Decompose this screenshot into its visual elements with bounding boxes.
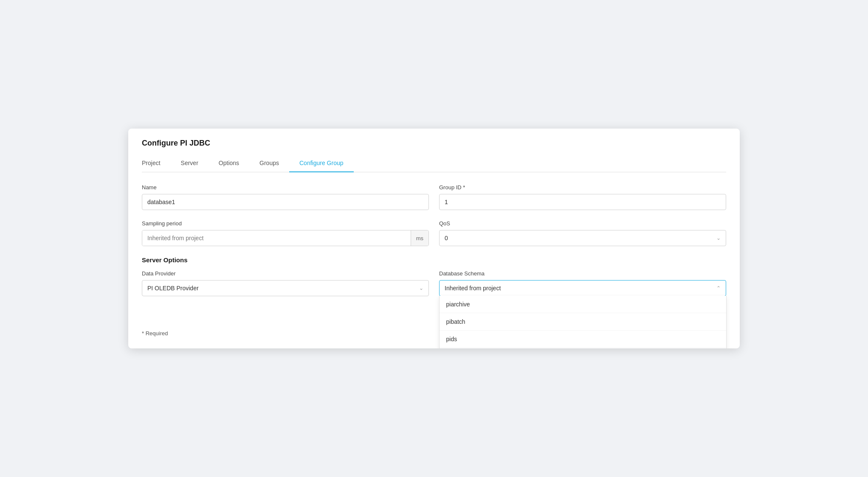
modal-header: Configure PI JDBC Project Server Options…	[128, 129, 740, 172]
sampling-period-suffix: ms	[411, 230, 428, 246]
database-schema-dropdown-list: piarchive pibatch pids piheading pilog p…	[439, 296, 727, 348]
tab-options[interactable]: Options	[209, 154, 249, 172]
tab-bar: Project Server Options Groups Configure …	[142, 154, 726, 172]
database-schema-chevron-up-icon: ⌃	[716, 285, 721, 291]
data-provider-select-wrapper: PI OLEDB Provider ⌄	[142, 280, 429, 296]
name-label: Name	[142, 184, 429, 191]
group-id-input[interactable]	[439, 194, 726, 210]
database-schema-group: Database Schema Inherited from project ⌃…	[439, 270, 726, 296]
tab-server[interactable]: Server	[171, 154, 209, 172]
group-id-label: Group ID *	[439, 184, 726, 191]
sampling-qos-row: Sampling period ms QoS 0 1 2 ⌄	[142, 220, 726, 246]
tab-groups[interactable]: Groups	[249, 154, 289, 172]
data-provider-select[interactable]: PI OLEDB Provider	[142, 281, 428, 296]
qos-select-wrapper: 0 1 2 ⌄	[439, 230, 726, 246]
server-options-title: Server Options	[142, 256, 726, 264]
qos-group: QoS 0 1 2 ⌄	[439, 220, 726, 246]
dropdown-item-piarchive[interactable]: piarchive	[440, 296, 726, 313]
name-group-id-row: Name Group ID *	[142, 184, 726, 210]
qos-select[interactable]: 0 1 2	[440, 230, 726, 246]
sampling-period-input[interactable]	[142, 230, 411, 246]
data-provider-group: Data Provider PI OLEDB Provider ⌄	[142, 270, 429, 296]
configure-pi-jdbc-modal: Configure PI JDBC Project Server Options…	[128, 129, 740, 348]
name-input[interactable]	[142, 194, 429, 210]
sampling-period-label: Sampling period	[142, 220, 429, 227]
database-schema-label: Database Schema	[439, 270, 726, 277]
sampling-period-input-wrapper: ms	[142, 230, 429, 246]
dropdown-item-piheading[interactable]: piheading	[440, 348, 726, 348]
provider-schema-row: Data Provider PI OLEDB Provider ⌄ Databa…	[142, 270, 726, 296]
qos-label: QoS	[439, 220, 726, 227]
database-schema-selected-value: Inherited from project	[445, 285, 501, 292]
dropdown-item-pids[interactable]: pids	[440, 331, 726, 348]
tab-configure-group[interactable]: Configure Group	[289, 154, 354, 172]
modal-title: Configure PI JDBC	[142, 139, 726, 148]
tab-project[interactable]: Project	[142, 154, 171, 172]
data-provider-label: Data Provider	[142, 270, 429, 277]
name-group: Name	[142, 184, 429, 210]
modal-body: Name Group ID * Sampling period ms QoS	[128, 172, 740, 348]
sampling-period-group: Sampling period ms	[142, 220, 429, 246]
dropdown-item-pibatch[interactable]: pibatch	[440, 313, 726, 331]
group-id-group: Group ID *	[439, 184, 726, 210]
database-schema-dropdown-header[interactable]: Inherited from project ⌃	[440, 281, 726, 296]
database-schema-dropdown[interactable]: Inherited from project ⌃ piarchive pibat…	[439, 280, 726, 296]
